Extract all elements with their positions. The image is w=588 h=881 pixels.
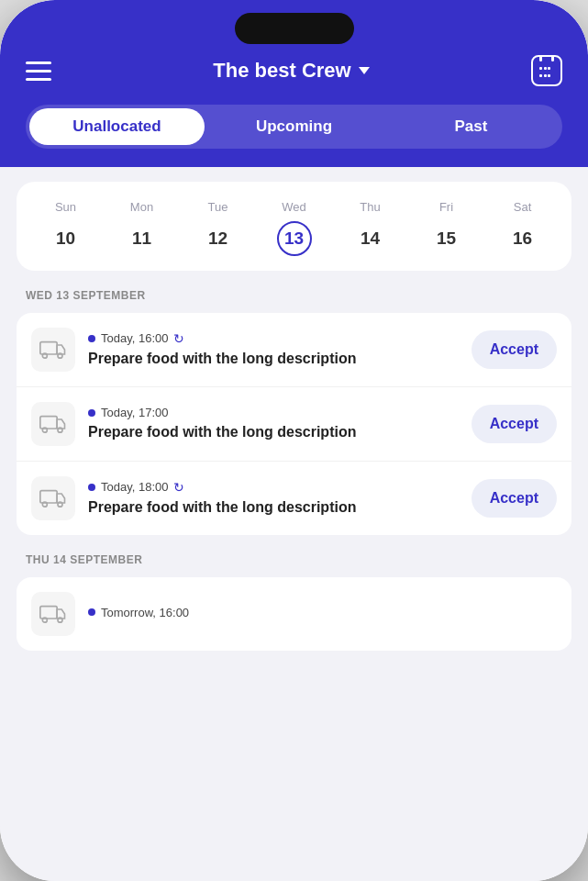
task-item-3: Today, 18:00 ↻ Prepare food with the lon…	[17, 462, 571, 535]
day-sun[interactable]: Sun 10	[28, 200, 104, 256]
tabs-bar: Unallocated Upcoming Past	[26, 105, 562, 149]
svg-point-8	[58, 502, 62, 507]
accept-button-3[interactable]: Accept	[472, 479, 557, 518]
calendar-button[interactable]	[531, 55, 562, 86]
svg-point-11	[58, 618, 62, 622]
svg-point-2	[58, 353, 62, 358]
task-time-row-3: Today, 18:00 ↻	[88, 480, 459, 495]
truck-icon-2	[31, 402, 75, 446]
day-wed[interactable]: Wed 13	[256, 200, 332, 256]
task-time-2: Today, 17:00	[101, 406, 168, 419]
day-num-mon: 11	[125, 221, 160, 256]
day-name-sun: Sun	[55, 200, 76, 214]
day-num-fri: 15	[429, 221, 464, 256]
chevron-down-icon	[359, 67, 370, 74]
svg-point-5	[58, 428, 62, 432]
header-top: The best Crew	[26, 55, 562, 86]
tab-past[interactable]: Past	[383, 108, 559, 145]
task-info-1: Today, 16:00 ↻ Prepare food with the lon…	[88, 331, 459, 369]
task-time-1: Today, 16:00	[101, 331, 168, 345]
tab-unallocated[interactable]: Unallocated	[29, 108, 205, 145]
crew-name-label: The best Crew	[213, 59, 350, 83]
section-header-thu: THU 14 SEPTEMBER	[0, 535, 588, 577]
day-name-fri: Fri	[439, 200, 453, 214]
svg-point-4	[42, 428, 47, 432]
truck-icon-4	[31, 592, 75, 636]
crew-title[interactable]: The best Crew	[213, 59, 369, 83]
accept-button-1[interactable]: Accept	[472, 330, 557, 369]
svg-point-1	[42, 353, 47, 358]
task-item-1: Today, 16:00 ↻ Prepare food with the lon…	[17, 313, 571, 387]
task-time-4: Tomorrow, 16:00	[101, 606, 189, 619]
task-info-2: Today, 17:00 Prepare food with the long …	[88, 406, 459, 442]
task-time-row-1: Today, 16:00 ↻	[88, 331, 459, 346]
tasks-group-thu: Tomorrow, 16:00	[17, 577, 571, 651]
day-name-tue: Tue	[208, 200, 228, 214]
day-name-thu: Thu	[360, 200, 380, 214]
task-time-row-2: Today, 17:00	[88, 406, 459, 419]
accept-button-2[interactable]: Accept	[472, 405, 557, 443]
task-title-2: Prepare food with the long description	[88, 423, 459, 442]
day-name-wed: Wed	[282, 200, 306, 214]
day-name-sat: Sat	[514, 200, 532, 214]
task-title-1: Prepare food with the long description	[88, 350, 459, 369]
svg-rect-3	[40, 417, 57, 429]
repeat-icon-1: ↻	[173, 331, 184, 346]
day-mon[interactable]: Mon 11	[104, 200, 180, 256]
tasks-group-wed: Today, 16:00 ↻ Prepare food with the lon…	[17, 313, 571, 535]
svg-point-7	[42, 502, 47, 507]
section-header-wed: WED 13 SEPTEMBER	[0, 271, 588, 313]
task-item-4: Tomorrow, 16:00	[17, 577, 571, 651]
day-fri[interactable]: Fri 15	[408, 200, 484, 256]
week-calendar: Sun 10 Mon 11 Tue 12 Wed 13	[17, 182, 571, 271]
task-title-3: Prepare food with the long description	[88, 498, 459, 518]
day-num-tue: 12	[201, 221, 236, 256]
task-info-4: Tomorrow, 16:00	[88, 606, 557, 623]
task-time-3: Today, 18:00	[101, 480, 168, 494]
day-tue[interactable]: Tue 12	[180, 200, 256, 256]
day-num-thu: 14	[353, 221, 388, 256]
time-dot-2	[88, 409, 95, 417]
truck-icon-3	[31, 476, 75, 520]
hamburger-menu-button[interactable]	[26, 61, 51, 81]
day-name-mon: Mon	[130, 200, 153, 214]
day-num-sat: 16	[505, 221, 540, 256]
time-dot-1	[88, 335, 95, 342]
day-sat[interactable]: Sat 16	[484, 200, 560, 256]
main-content: Sun 10 Mon 11 Tue 12 Wed 13	[0, 167, 588, 881]
time-dot-4	[88, 608, 95, 616]
week-row: Sun 10 Mon 11 Tue 12 Wed 13	[28, 200, 560, 256]
svg-rect-6	[40, 491, 57, 503]
repeat-icon-3: ↻	[173, 480, 184, 495]
task-info-3: Today, 18:00 ↻ Prepare food with the lon…	[88, 480, 459, 518]
task-item-2: Today, 17:00 Prepare food with the long …	[17, 387, 571, 462]
svg-rect-9	[40, 607, 57, 619]
day-thu[interactable]: Thu 14	[332, 200, 408, 256]
tab-upcoming[interactable]: Upcoming	[206, 108, 382, 145]
svg-rect-0	[40, 342, 57, 354]
day-num-wed: 13	[277, 221, 312, 256]
time-dot-3	[88, 484, 95, 491]
task-time-row-4: Tomorrow, 16:00	[88, 606, 557, 619]
truck-icon-1	[31, 328, 75, 372]
svg-point-10	[42, 618, 47, 622]
day-num-sun: 10	[49, 221, 83, 256]
